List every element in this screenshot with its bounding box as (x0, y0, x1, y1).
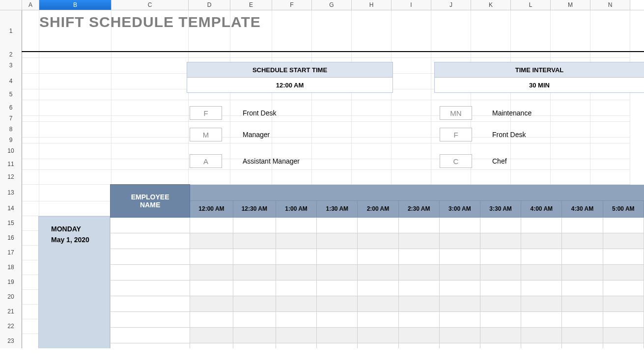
cell-A1[interactable] (22, 10, 39, 52)
cell-G12[interactable] (312, 169, 352, 185)
cell-A11[interactable] (22, 159, 39, 170)
cell-E6[interactable] (230, 100, 272, 116)
cell-E23[interactable] (230, 334, 272, 348)
cell-H15[interactable] (352, 216, 392, 231)
cell-E4[interactable] (230, 73, 272, 89)
cell-C4[interactable] (112, 73, 189, 89)
cell-J10[interactable] (431, 143, 471, 159)
cell-B18[interactable] (39, 260, 112, 275)
cell-L11[interactable] (511, 159, 551, 170)
cell-N21[interactable] (590, 304, 630, 319)
cell-F5[interactable] (272, 89, 312, 100)
cell-E10[interactable] (230, 143, 272, 159)
cell-A23[interactable] (22, 334, 39, 348)
cell-G3[interactable] (312, 57, 352, 74)
cell-K22[interactable] (471, 319, 511, 334)
cell-L10[interactable] (511, 143, 551, 159)
cell-E12[interactable] (230, 169, 272, 185)
cell-K17[interactable] (471, 245, 511, 260)
cell-M12[interactable] (551, 169, 590, 185)
cell-B21[interactable] (39, 304, 112, 319)
cell-F6[interactable] (272, 100, 312, 116)
cell-B22[interactable] (39, 319, 112, 334)
column-header-A[interactable]: A (22, 0, 39, 10)
cell-B4[interactable] (39, 73, 112, 89)
cell-N15[interactable] (590, 216, 630, 231)
cell-G19[interactable] (312, 275, 352, 290)
cell-E22[interactable] (230, 319, 272, 334)
cell-K3[interactable] (471, 57, 511, 74)
row-header-5[interactable]: 5 (0, 89, 22, 100)
column-header-H[interactable]: H (352, 0, 392, 10)
cell-M21[interactable] (551, 304, 590, 319)
cell-H1[interactable] (352, 10, 392, 52)
cell-F21[interactable] (272, 304, 312, 319)
cell-D15[interactable] (189, 216, 230, 231)
cell-C22[interactable] (112, 319, 189, 334)
cell-D4[interactable] (189, 73, 230, 89)
cell-D10[interactable] (189, 143, 230, 159)
cell-H13[interactable] (352, 184, 392, 201)
cell-H6[interactable] (352, 100, 392, 116)
cell-C14[interactable] (112, 201, 189, 216)
cell-A6[interactable] (22, 100, 39, 116)
cell-F11[interactable] (272, 159, 312, 170)
column-header-D[interactable]: D (189, 0, 230, 10)
cell-K16[interactable] (471, 230, 511, 246)
cell-L22[interactable] (511, 319, 551, 334)
cell-H8[interactable] (352, 121, 392, 138)
row-header-11[interactable]: 11 (0, 159, 22, 170)
cell-F4[interactable] (272, 73, 312, 89)
cell-G1[interactable] (312, 10, 352, 52)
cell-M3[interactable] (551, 57, 590, 74)
cell-F13[interactable] (272, 184, 312, 201)
cell-K8[interactable] (471, 121, 511, 138)
cell-F19[interactable] (272, 275, 312, 290)
cell-G17[interactable] (312, 245, 352, 260)
cell-M17[interactable] (551, 245, 590, 260)
row-header-12[interactable]: 12 (0, 169, 22, 185)
cell-B12[interactable] (39, 169, 112, 185)
cell-J14[interactable] (431, 201, 471, 216)
cell-H18[interactable] (352, 260, 392, 275)
cell-F3[interactable] (272, 57, 312, 74)
cell-H23[interactable] (352, 334, 392, 348)
cell-F16[interactable] (272, 230, 312, 246)
cell-N10[interactable] (590, 143, 630, 159)
cell-C5[interactable] (112, 89, 189, 100)
cell-C18[interactable] (112, 260, 189, 275)
cell-J23[interactable] (431, 334, 471, 348)
cell-I14[interactable] (392, 201, 431, 216)
cell-L23[interactable] (511, 334, 551, 348)
cell-K4[interactable] (471, 73, 511, 89)
cell-D22[interactable] (189, 319, 230, 334)
cell-B23[interactable] (39, 334, 112, 348)
column-header-E[interactable]: E (230, 0, 272, 10)
cell-G5[interactable] (312, 89, 352, 100)
row-header-19[interactable]: 19 (0, 275, 22, 290)
cell-E21[interactable] (230, 304, 272, 319)
cell-D17[interactable] (189, 245, 230, 260)
cell-B11[interactable] (39, 159, 112, 170)
cell-H21[interactable] (352, 304, 392, 319)
cell-L12[interactable] (511, 169, 551, 185)
cell-N12[interactable] (590, 169, 630, 185)
cell-E11[interactable] (230, 159, 272, 170)
cell-N13[interactable] (590, 184, 630, 201)
cell-A21[interactable] (22, 304, 39, 319)
cell-G10[interactable] (312, 143, 352, 159)
cell-A4[interactable] (22, 73, 39, 89)
cell-H10[interactable] (352, 143, 392, 159)
cell-A5[interactable] (22, 89, 39, 100)
cell-D16[interactable] (189, 230, 230, 246)
cell-G14[interactable] (312, 201, 352, 216)
cell-J22[interactable] (431, 319, 471, 334)
cell-N4[interactable] (590, 73, 630, 89)
cell-B19[interactable] (39, 275, 112, 290)
cell-K20[interactable] (471, 289, 511, 305)
cell-L5[interactable] (511, 89, 551, 100)
cell-A19[interactable] (22, 275, 39, 290)
cell-I20[interactable] (392, 289, 431, 305)
cell-C15[interactable] (112, 216, 189, 231)
row-header-10[interactable]: 10 (0, 143, 22, 159)
